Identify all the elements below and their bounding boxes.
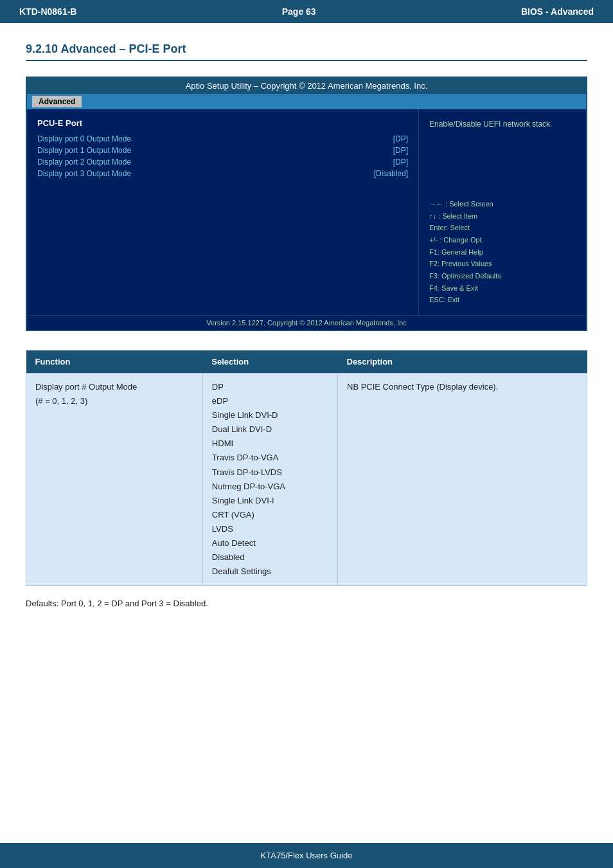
main-content: 9.2.10 Advanced – PCI-E Port Aptio Setup… — [0, 23, 613, 647]
section-title: 9.2.10 Advanced – PCI-E Port — [26, 42, 587, 61]
bios-row[interactable]: Display port 1 Output Mode[DP] — [37, 146, 408, 155]
header-center: Page 63 — [282, 6, 316, 17]
page-footer: KTA75/Flex Users Guide — [0, 843, 613, 868]
bios-row-value: [DP] — [393, 158, 408, 167]
bios-left-panel: PCU-E Port Display port 0 Output Mode[DP… — [27, 109, 419, 315]
bios-row[interactable]: Display port 0 Output Mode[DP] — [37, 134, 408, 143]
col-selection: Selection — [202, 350, 337, 374]
table-cell-selection: DPeDPSingle Link DVI-DDual Link DVI-DHDM… — [202, 374, 337, 586]
page-header: KTD-N0861-B Page 63 BIOS - Advanced — [0, 0, 613, 23]
bios-row-label: Display port 2 Output Mode — [37, 158, 131, 167]
bios-key-item: Enter: Select — [429, 222, 576, 234]
bios-key-item: F1: General Help — [429, 246, 576, 258]
bios-tab-advanced[interactable]: Advanced — [32, 96, 82, 107]
defaults-text: Defaults: Port 0, 1, 2 = DP and Port 3 =… — [26, 599, 587, 608]
bios-row-label: Display port 3 Output Mode — [37, 169, 131, 178]
bios-row-value: [DP] — [393, 146, 408, 155]
bios-row-label: Display port 0 Output Mode — [37, 134, 131, 143]
header-left: KTD-N0861-B — [19, 6, 76, 17]
table-header-row: Function Selection Description — [26, 350, 587, 374]
bios-key-item: +/- : Change Opt. — [429, 234, 576, 246]
bios-key-item: →← : Select Screen — [429, 198, 576, 210]
table-cell-function: Display port # Output Mode(# = 0, 1, 2, … — [26, 374, 203, 586]
bios-box: Aptio Setup Utility – Copyright © 2012 A… — [26, 77, 587, 331]
function-table: Function Selection Description Display p… — [26, 350, 587, 586]
header-right: BIOS - Advanced — [521, 6, 594, 17]
col-function: Function — [26, 350, 203, 374]
bios-key-item: ESC: Exit — [429, 294, 576, 306]
bios-row[interactable]: Display port 2 Output Mode[DP] — [37, 158, 408, 167]
bios-help-text: Enable/Disable UEFI network stack. — [429, 118, 576, 130]
bios-row-value: [Disabled] — [374, 169, 408, 178]
bios-key-item: F4: Save & Exit — [429, 282, 576, 294]
bios-title-bar: Aptio Setup Utility – Copyright © 2012 A… — [27, 78, 586, 94]
bios-row-label: Display port 1 Output Mode — [37, 146, 131, 155]
table-cell-description: NB PCIE Connect Type (Display device). — [338, 374, 587, 586]
bios-key-item: F2: Previous Values — [429, 258, 576, 270]
bios-section-label: PCU-E Port — [37, 118, 408, 128]
bios-footer: Version 2.15.1227. Copyright © 2012 Amer… — [27, 315, 586, 330]
bios-rows: Display port 0 Output Mode[DP]Display po… — [37, 134, 408, 178]
bios-row[interactable]: Display port 3 Output Mode[Disabled] — [37, 169, 408, 178]
bios-keys: →← : Select Screen↑↓ : Select ItemEnter:… — [429, 198, 576, 306]
bios-key-item: F3: Optimized Defaults — [429, 270, 576, 282]
table-body: Display port # Output Mode(# = 0, 1, 2, … — [26, 374, 587, 586]
bios-body: PCU-E Port Display port 0 Output Mode[DP… — [27, 109, 586, 315]
bios-right-panel: Enable/Disable UEFI network stack. →← : … — [419, 109, 586, 315]
bios-tab-bar: Advanced — [27, 94, 586, 109]
bios-key-item: ↑↓ : Select Item — [429, 210, 576, 222]
bios-row-value: [DP] — [393, 134, 408, 143]
table-row: Display port # Output Mode(# = 0, 1, 2, … — [26, 374, 587, 586]
col-description: Description — [338, 350, 587, 374]
